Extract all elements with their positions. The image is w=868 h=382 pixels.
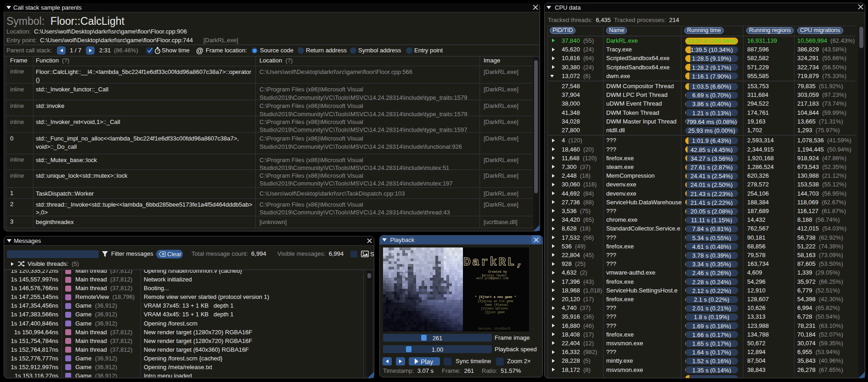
svg-text:[R]eplay an old game: [R]eplay an old game bbox=[478, 300, 513, 303]
svg-text:thok 101: thok 101 bbox=[397, 271, 410, 274]
svg-text:Created by: Created by bbox=[488, 270, 507, 274]
svg-text:80: 80 bbox=[400, 264, 404, 268]
svg-text:[Q]uit game: [Q]uit game bbox=[485, 311, 505, 314]
svg-text:Version: 15c455e76: Version: 15c455e76 bbox=[478, 327, 510, 331]
svg-text:[V]ideo options: [V]ideo options bbox=[481, 307, 508, 310]
svg-text:DarkRL,: DarkRL, bbox=[463, 255, 525, 269]
svg-text:* [S]tart a new game *: * [S]tart a new game * bbox=[475, 295, 516, 299]
svg-text:wolf.pld@gmail.com: wolf.pld@gmail.com bbox=[476, 277, 508, 280]
svg-text:Game [M]anual: Game [M]anual bbox=[485, 303, 508, 307]
svg-text:SAMP VOL: SAMP VOL bbox=[395, 276, 408, 280]
